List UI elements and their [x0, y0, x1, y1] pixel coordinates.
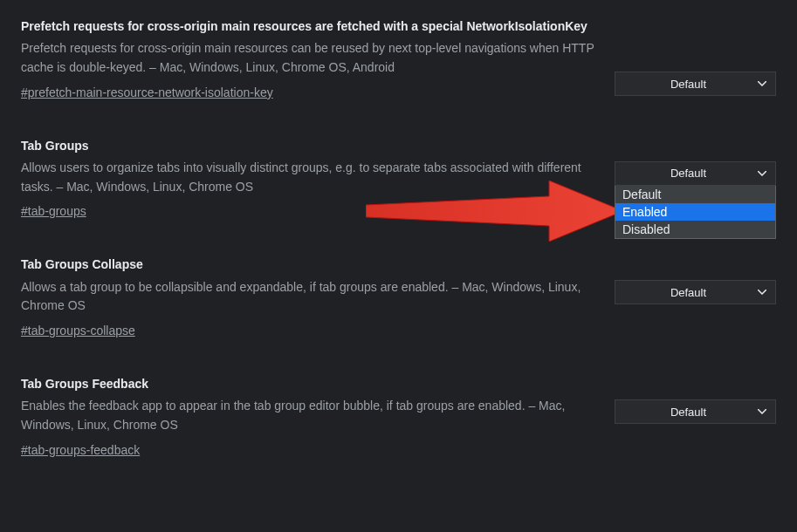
- dropdown-option-enabled[interactable]: Enabled: [615, 203, 775, 221]
- chevron-down-icon: [758, 290, 766, 295]
- select-value: Default: [670, 167, 706, 180]
- flag-content: Tab Groups Collapse Allows a tab group t…: [21, 256, 615, 338]
- chevron-down-icon: [758, 81, 766, 86]
- flag-content: Tab Groups Feedback Enables the feedback…: [21, 375, 615, 458]
- dropdown-option-default[interactable]: Default: [615, 186, 775, 203]
- flag-title: Tab Groups Feedback: [21, 375, 597, 392]
- flag-link-tab-groups-collapse[interactable]: #tab-groups-collapse: [21, 324, 135, 338]
- chevron-down-icon: [758, 171, 766, 176]
- flag-description: Allows users to organize tabs into visua…: [21, 159, 597, 196]
- flag-description: Enables the feedback app to appear in th…: [21, 397, 597, 434]
- flag-item-prefetch: Prefetch requests for cross-origin main …: [21, 17, 776, 100]
- flag-title: Prefetch requests for cross-origin main …: [21, 17, 597, 35]
- flag-control: Default: [615, 17, 776, 96]
- flag-description: Prefetch requests for cross-origin main …: [21, 39, 597, 77]
- flag-item-tab-groups-collapse: Tab Groups Collapse Allows a tab group t…: [21, 256, 776, 338]
- flag-control: Default: [615, 256, 776, 304]
- flag-description: Allows a tab group to be collapsible and…: [21, 278, 597, 316]
- flag-link-tab-groups[interactable]: #tab-groups: [21, 204, 86, 218]
- select-value: Default: [670, 78, 706, 91]
- flag-select-tab-groups[interactable]: Default: [615, 161, 776, 186]
- flag-item-tab-groups: Tab Groups Allows users to organize tabs…: [21, 137, 776, 220]
- dropdown-option-disabled[interactable]: Disabled: [615, 221, 775, 238]
- flag-select-tab-groups-collapse[interactable]: Default: [615, 280, 776, 304]
- chevron-down-icon: [758, 409, 766, 414]
- dropdown-list: Default Enabled Disabled: [615, 186, 776, 239]
- flag-select-prefetch[interactable]: Default: [615, 72, 776, 96]
- flag-control: Default Default Enabled Disabled: [615, 137, 776, 186]
- flag-title: Tab Groups: [21, 137, 597, 154]
- flag-control: Default: [615, 375, 776, 424]
- select-value: Default: [670, 286, 706, 299]
- flag-link-tab-groups-feedback[interactable]: #tab-groups-feedback: [21, 443, 140, 457]
- flag-content: Tab Groups Allows users to organize tabs…: [21, 137, 615, 220]
- flag-link-prefetch[interactable]: #prefetch-main-resource-network-isolatio…: [21, 85, 273, 99]
- flag-select-tab-groups-feedback[interactable]: Default: [615, 399, 776, 424]
- flag-title: Tab Groups Collapse: [21, 256, 597, 273]
- flag-content: Prefetch requests for cross-origin main …: [21, 17, 615, 100]
- flag-item-tab-groups-feedback: Tab Groups Feedback Enables the feedback…: [21, 375, 776, 458]
- select-value: Default: [670, 406, 706, 419]
